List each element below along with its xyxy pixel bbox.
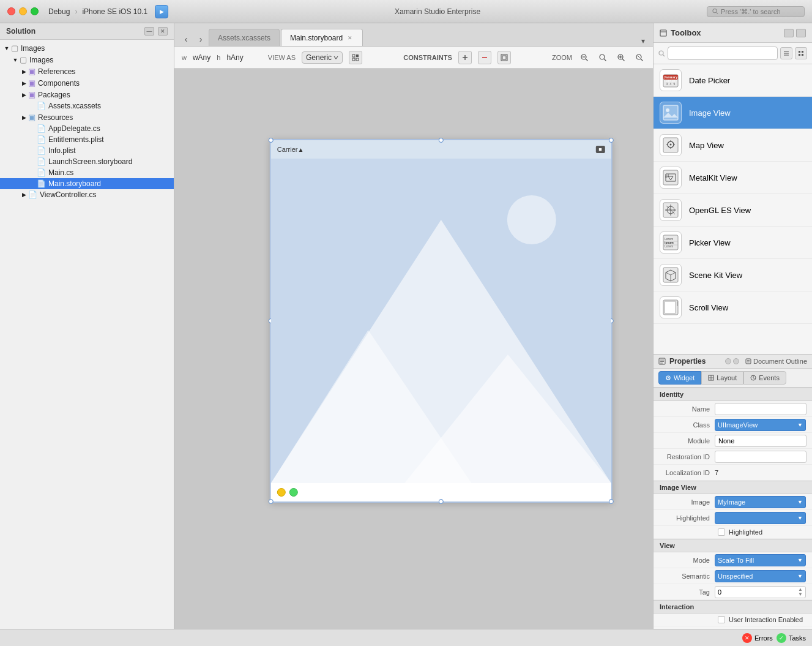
props-row-tag: Tag 0 ▲ ▼ (654, 584, 812, 600)
sidebar-item-images-sub[interactable]: ▼ ▢ Images (0, 54, 174, 66)
sidebar-item-launchscreen[interactable]: 📄 LaunchScreen.storyboard (0, 156, 174, 167)
toolbox-item-picker-view[interactable]: Lorem ipsum Lorem Picker View (654, 227, 812, 259)
selection-handle-tm[interactable] (439, 138, 444, 143)
sidebar-item-maincs[interactable]: 📄 Main.cs (0, 167, 174, 178)
props-module-input[interactable] (715, 435, 806, 447)
tag-decrement-btn[interactable]: ▼ (798, 592, 803, 597)
user-interaction-checkbox[interactable] (718, 616, 725, 623)
properties-minimize-btn[interactable] (725, 358, 731, 364)
svg-text:5: 5 (674, 82, 676, 86)
sidebar-item-components[interactable]: ▶ ▣ Components (0, 77, 174, 89)
sidebar-header: Solution — ✕ (0, 23, 174, 40)
toolbox-item-metalkit-view[interactable]: M MetalKit View (654, 162, 812, 194)
toolbox-item-scroll-view[interactable]: Scroll View (654, 291, 812, 324)
highlighted-checkbox[interactable] (718, 528, 725, 536)
view-toggle-button[interactable] (349, 51, 362, 64)
svg-rect-10 (502, 56, 506, 59)
scenekit-view-icon (660, 264, 682, 286)
error-icon: ✕ (742, 633, 752, 643)
search-bar[interactable] (707, 6, 805, 17)
toolbox-item-map-view[interactable]: Map View (654, 129, 812, 162)
minimize-button[interactable] (19, 7, 27, 15)
metalkit-view-icon: M (660, 167, 682, 189)
toolbox-list-view-btn[interactable] (780, 47, 792, 59)
props-localization-value: 7 (715, 469, 806, 476)
errors-section[interactable]: ✕ Errors (742, 633, 773, 643)
chevron-down-icon: ▼ (11, 57, 20, 63)
view-section-header: View (654, 539, 812, 552)
iphone-image-view[interactable] (271, 159, 611, 483)
tab-dropdown-button[interactable]: ▾ (638, 36, 648, 46)
view-as-select[interactable]: Generic (302, 51, 343, 64)
props-image-select[interactable]: MyImage ▼ (715, 496, 806, 508)
zoom-fit-btn[interactable] (633, 51, 646, 64)
zoom-reset-btn[interactable] (597, 51, 609, 64)
svg-rect-33 (799, 51, 800, 53)
tab-assets[interactable]: Assets.xcassets (209, 29, 280, 46)
tab-layout[interactable]: Layout (701, 371, 743, 385)
props-restoration-input[interactable] (715, 451, 806, 463)
tab-events[interactable]: Events (743, 371, 786, 385)
tasks-section[interactable]: ✓ Tasks (777, 633, 806, 643)
selection-handle-bm[interactable] (439, 499, 444, 504)
selection-handle-tl[interactable] (269, 138, 274, 143)
tab-main-storyboard[interactable]: Main.storyboard ✕ (281, 29, 363, 46)
svg-point-53 (670, 144, 672, 146)
search-input[interactable] (721, 8, 799, 15)
sidebar-item-images-root[interactable]: ▼ ▢ Images (0, 42, 174, 54)
toolbox-item-image-view[interactable]: Image View (654, 97, 812, 129)
folder-purple-icon: ▣ (28, 67, 35, 76)
doc-outline-tab[interactable]: Document Outline (745, 358, 807, 365)
tab-forward-button[interactable]: › (194, 32, 207, 46)
toolbox-item-opengl-view[interactable]: OpenGL ES View (654, 194, 812, 227)
sidebar-item-viewcontrollercs[interactable]: ▶ 📄 ViewController.cs (0, 189, 174, 200)
sidebar-item-mainstoryboard[interactable]: 📄 Main.storyboard (0, 178, 174, 189)
toolbox-item-scenekit-view[interactable]: Scene Kit View (654, 259, 812, 291)
sidebar-minimize-btn[interactable]: — (144, 27, 154, 36)
sidebar-item-entitlements[interactable]: 📄 Entitlements.plist (0, 134, 174, 145)
sidebar-item-appdelegate[interactable]: 📄 AppDelegate.cs (0, 123, 174, 134)
tab-back-button[interactable]: ‹ (179, 32, 193, 46)
play-button[interactable] (155, 5, 168, 18)
props-highlighted-select[interactable]: ▼ (715, 512, 806, 524)
sidebar-item-infoplist[interactable]: 📄 Info.plist (0, 145, 174, 156)
maximize-button[interactable] (31, 7, 39, 15)
properties-header-controls (725, 358, 739, 364)
props-mode-select[interactable]: Scale To Fill ▼ (715, 554, 806, 566)
selection-handle-br[interactable] (609, 499, 614, 504)
sidebar-item-assets[interactable]: 📄 Assets.xcassets (0, 100, 174, 111)
chevron-right-icon: ▶ (20, 192, 28, 198)
props-semantic-select[interactable]: Unspecified ▼ (715, 570, 806, 582)
iphone-mockup[interactable]: Carrier ▲ ■ (270, 139, 613, 503)
close-button[interactable] (7, 7, 15, 15)
zoom-out-btn[interactable] (578, 51, 590, 64)
props-tag-input[interactable]: 0 ▲ ▼ (715, 586, 806, 598)
sidebar-item-references[interactable]: ▶ ▣ References (0, 66, 174, 77)
svg-text:4: 4 (670, 82, 672, 86)
sidebar-close-btn[interactable]: ✕ (158, 27, 168, 36)
toolbox-search-input[interactable] (668, 47, 778, 60)
view-mode-btn[interactable] (497, 51, 511, 64)
toolbox-close-btn[interactable] (796, 29, 806, 37)
opengl-view-label: OpenGL ES View (689, 206, 751, 215)
properties-close-btn[interactable] (733, 358, 739, 364)
constraints-add-btn[interactable] (458, 51, 472, 64)
tab-close-button[interactable]: ✕ (346, 34, 354, 42)
constraints-remove-btn[interactable] (478, 51, 491, 64)
svg-line-17 (622, 59, 625, 61)
tab-widget[interactable]: Widget (658, 371, 701, 385)
toolbox-minimize-btn[interactable] (784, 29, 794, 37)
selection-handle-tr[interactable] (609, 138, 614, 143)
zoom-in-btn[interactable] (615, 51, 627, 64)
canvas-content[interactable]: Carrier ▲ ■ (174, 69, 653, 646)
toolbox-item-date-picker[interactable]: January February 3 4 5 Date Picker (654, 64, 812, 97)
sidebar-item-packages[interactable]: ▶ ▣ Packages (0, 89, 174, 100)
tag-stepper[interactable]: ▲ ▼ (798, 587, 803, 597)
props-class-select[interactable]: UIImageView ▼ (715, 419, 806, 431)
sidebar-item-resources[interactable]: ▶ ▣ Resources (0, 111, 174, 123)
props-image-label: Image (660, 498, 715, 506)
traffic-lights (7, 7, 39, 15)
selection-handle-bl[interactable] (269, 499, 274, 504)
props-name-input[interactable] (715, 403, 806, 415)
toolbox-grid-view-btn[interactable] (795, 47, 807, 59)
